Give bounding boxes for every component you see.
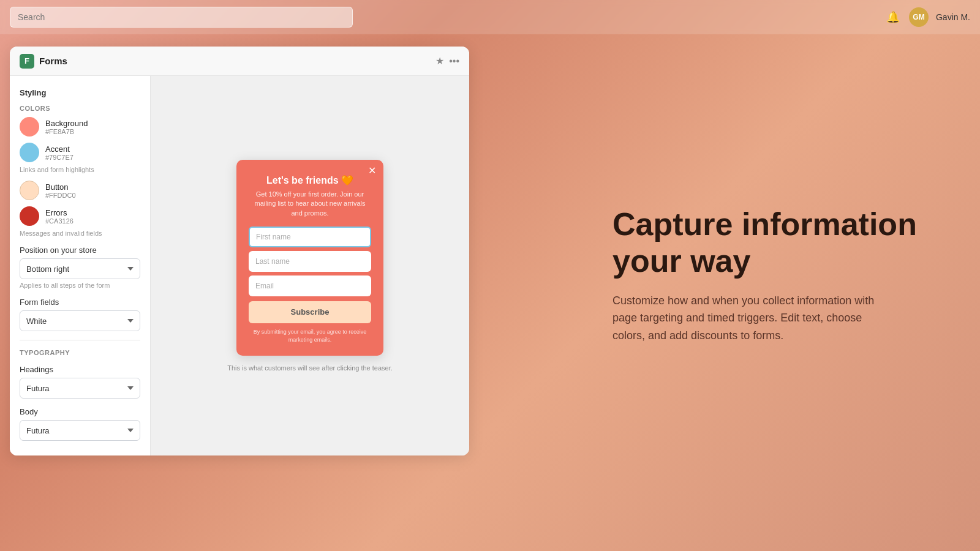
- preview-area: ✕ Let's be friends 🧡 Get 10% off your fi…: [151, 76, 469, 455]
- preview-caption: This is what customers will see after cl…: [227, 364, 393, 372]
- popup-disclaimer: By submitting your email, you agree to r…: [249, 328, 371, 343]
- background-hex: #FE8A7B: [45, 128, 88, 135]
- typography-label: TYPOGRAPHY: [20, 349, 140, 356]
- form-fields-select[interactable]: White: [20, 310, 140, 331]
- accent-hint: Links and form highlights: [20, 166, 140, 173]
- panel-header: F Forms ★ •••: [10, 47, 469, 76]
- background-swatch[interactable]: [20, 117, 39, 137]
- form-popup: ✕ Let's be friends 🧡 Get 10% off your fi…: [236, 160, 383, 356]
- top-nav: 🔔 GM Gavin M.: [0, 0, 980, 34]
- styling-title: Styling: [20, 88, 140, 97]
- popup-close-button[interactable]: ✕: [368, 166, 376, 176]
- sidebar: Styling COLORS Background #FE8A7B Accent…: [10, 76, 151, 455]
- hero-content: Capture information your way Customize h…: [612, 206, 919, 345]
- accent-swatch[interactable]: [20, 143, 39, 162]
- background-info: Background #FE8A7B: [45, 119, 88, 135]
- hero-title: Capture information your way: [612, 206, 919, 280]
- hero-subtitle: Customize how and when you collect infor…: [612, 292, 882, 345]
- form-fields-label: Form fields: [20, 298, 140, 307]
- accent-color-row[interactable]: Accent #79C7E7: [20, 143, 140, 162]
- avatar: GM: [909, 7, 929, 27]
- panel-title: Forms: [39, 56, 67, 66]
- panel-actions: ★ •••: [435, 55, 459, 67]
- headings-label: Headings: [20, 365, 140, 374]
- background-color-row[interactable]: Background #FE8A7B: [20, 117, 140, 137]
- errors-label: Errors: [45, 208, 74, 217]
- errors-hex: #CA3126: [45, 217, 74, 225]
- headings-select[interactable]: Futura: [20, 378, 140, 399]
- button-color-row[interactable]: Button #FFDDC0: [20, 181, 140, 200]
- errors-color-row[interactable]: Errors #CA3126: [20, 206, 140, 226]
- errors-swatch[interactable]: [20, 206, 39, 226]
- star-icon[interactable]: ★: [435, 55, 444, 67]
- button-info: Button #FFDDC0: [45, 182, 76, 199]
- position-hint: Applies to all steps of the form: [20, 282, 140, 289]
- subscribe-button[interactable]: Subscribe: [249, 301, 371, 323]
- colors-label: COLORS: [20, 105, 140, 112]
- panel-body: Styling COLORS Background #FE8A7B Accent…: [10, 76, 469, 455]
- button-hex: #FFDDC0: [45, 192, 76, 199]
- body-label: Body: [20, 407, 140, 416]
- more-options-icon[interactable]: •••: [449, 56, 459, 67]
- button-swatch[interactable]: [20, 181, 39, 200]
- errors-info: Errors #CA3126: [45, 208, 74, 225]
- forms-app-icon: F: [20, 54, 34, 69]
- accent-label: Accent: [45, 144, 74, 154]
- search-input[interactable]: [10, 7, 353, 28]
- main-panel: F Forms ★ ••• Styling COLORS Background …: [10, 47, 469, 455]
- position-select[interactable]: Bottom right: [20, 258, 140, 279]
- user-name: Gavin M.: [936, 12, 970, 22]
- accent-info: Accent #79C7E7: [45, 144, 74, 161]
- first-name-input[interactable]: [249, 227, 371, 247]
- background-label: Background: [45, 119, 88, 128]
- email-input[interactable]: [249, 276, 371, 296]
- nav-right: 🔔 GM Gavin M.: [884, 7, 970, 27]
- bell-icon[interactable]: 🔔: [884, 9, 902, 26]
- button-label: Button: [45, 182, 76, 192]
- body-select[interactable]: Futura: [20, 420, 140, 441]
- accent-hex: #79C7E7: [45, 154, 74, 161]
- errors-hint: Messages and invalid fields: [20, 230, 140, 237]
- popup-subtitle: Get 10% off your first order. Join our m…: [249, 190, 371, 218]
- position-label: Position on your store: [20, 246, 140, 255]
- popup-title: Let's be friends 🧡: [249, 174, 371, 186]
- last-name-input[interactable]: [249, 251, 371, 272]
- divider-typography: [20, 340, 140, 340]
